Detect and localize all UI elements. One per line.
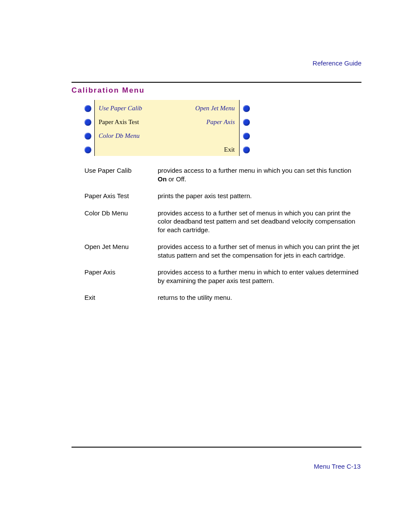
definition-description: prints the paper axis test pattern. (158, 192, 361, 200)
definition-term: Open Jet Menu (84, 243, 158, 259)
definition-row: Paper Axis Testprints the paper axis tes… (84, 192, 361, 200)
panel-right-label: Exit (224, 146, 235, 153)
header-reference-guide: Reference Guide (313, 59, 361, 67)
bullet-icon[interactable] (243, 133, 250, 140)
bullet-icon[interactable] (84, 133, 91, 140)
bullet-icon[interactable] (84, 119, 91, 126)
definition-row: Use Paper Calibprovides access to a furt… (84, 166, 361, 183)
top-rule (72, 82, 361, 83)
definitions-list: Use Paper Calibprovides access to a furt… (84, 166, 361, 311)
panel-right-label[interactable]: Open Jet Menu (195, 105, 235, 112)
definition-term: Color Db Menu (84, 209, 158, 234)
definition-term: Paper Axis Test (84, 192, 158, 200)
definition-row: Color Db Menuprovides access to a furthe… (84, 209, 361, 234)
panel-row: Color Db Menu (81, 131, 254, 145)
definition-description: returns to the utility menu. (158, 293, 361, 302)
menu-panel: Use Paper CalibOpen Jet MenuPaper Axis T… (81, 100, 254, 156)
bullet-icon[interactable] (84, 146, 91, 153)
definition-description: provides access to a further set of menu… (158, 209, 361, 234)
bottom-rule (72, 447, 361, 448)
bullet-icon[interactable] (243, 105, 250, 112)
panel-left-label[interactable]: Color Db Menu (99, 132, 140, 140)
section-title: Calibration Menu (72, 86, 145, 95)
definition-description: provides access to a further menu in whi… (158, 268, 361, 285)
panel-row: Exit (81, 145, 254, 159)
panel-left-label[interactable]: Use Paper Calib (99, 105, 142, 112)
bullet-icon[interactable] (84, 105, 91, 112)
definition-term: Exit (84, 293, 158, 302)
panel-row: Use Paper CalibOpen Jet Menu (81, 103, 254, 117)
panel-left-label: Paper Axis Test (99, 118, 139, 126)
definition-term: Use Paper Calib (84, 166, 158, 183)
footer-page-number: Menu Tree C-13 (314, 463, 361, 470)
definition-row: Paper Axisprovides access to a further m… (84, 268, 361, 285)
bullet-icon[interactable] (243, 146, 250, 153)
panel-right-label[interactable]: Paper Axis (206, 118, 235, 126)
panel-row: Paper Axis TestPaper Axis (81, 117, 254, 131)
definition-description: provides access to a further menu in whi… (158, 166, 361, 183)
definition-row: Exitreturns to the utility menu. (84, 293, 361, 302)
definition-row: Open Jet Menuprovides access to a furthe… (84, 243, 361, 259)
definition-description: provides access to a further set of menu… (158, 243, 361, 259)
bullet-icon[interactable] (243, 119, 250, 126)
definition-term: Paper Axis (84, 268, 158, 285)
